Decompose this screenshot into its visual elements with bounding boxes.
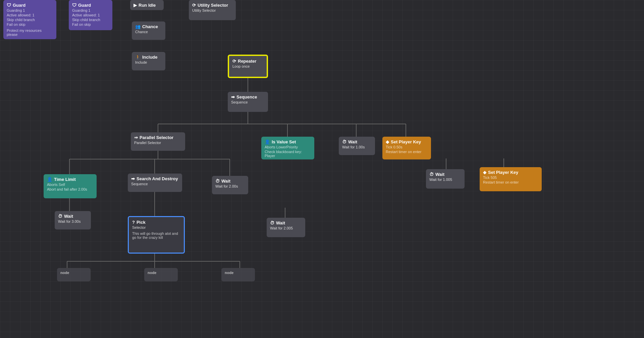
pick-icon: ?: [132, 220, 135, 225]
sequence-title: ➡ Sequence: [231, 94, 265, 99]
bottom2-title: node: [148, 271, 174, 275]
repeater-icon: ⟳: [232, 59, 236, 64]
wait-1005-title: ⏱ Wait: [429, 172, 461, 177]
run-idle-title: ▶ Run Idle: [133, 3, 156, 8]
set-player-key-title: ◆ Set Player Key: [386, 139, 428, 144]
guard1-line3: Skip child branch: [7, 18, 53, 22]
wait2-title: ⏱ Wait: [215, 179, 245, 184]
guard1-line1: Guarding 1: [7, 8, 53, 12]
sequence-node[interactable]: ➡ Sequence Sequence: [228, 92, 268, 112]
parallel-selector-title: ⇒ Parallel Selector: [134, 135, 182, 140]
wait1005-icon: ⏱: [429, 172, 434, 177]
guard1-line4: Fail on skip: [7, 22, 53, 26]
parallel-selector-subtitle: Parallel Selector: [134, 141, 182, 145]
chance-icon: 👥: [135, 24, 141, 29]
wait-1005-node[interactable]: ⏱ Wait Wait for 1.005: [426, 169, 465, 189]
include-node[interactable]: 🚶 Include Include: [132, 52, 165, 70]
search-destroy-icon: ➡: [131, 176, 135, 181]
parallel-selector-node[interactable]: ⇒ Parallel Selector Parallel Selector: [131, 132, 185, 151]
wait3-icon: ⏱: [58, 214, 62, 219]
wait-2005-title: ⏱ Wait: [270, 220, 302, 225]
search-destroy-title: ➡ Search And Destroy: [131, 176, 179, 181]
include-icon: 🚶: [135, 55, 141, 60]
wait-2s-node[interactable]: ⏱ Wait Wait for 2.00s: [212, 176, 248, 194]
guard1-line5: Protect my resources please: [7, 28, 53, 37]
bottom1-title: node: [60, 271, 87, 275]
shield-icon-2: 🛡: [72, 3, 76, 8]
guard1-title: 🛡 Guard: [7, 3, 53, 8]
chance-title: 👥 Chance: [135, 24, 162, 29]
wait-3s-node[interactable]: ⏱ Wait Wait for 3.00s: [55, 211, 91, 229]
wait-1s-node[interactable]: ⏱ Wait Wait for 1.00s: [339, 137, 375, 155]
parallel-icon: ⇒: [134, 135, 138, 140]
shield-icon-1: 🛡: [7, 3, 11, 8]
set-player-key-505-title: ◆ Set Player Key: [483, 170, 538, 175]
bottom-node-1[interactable]: node: [57, 268, 91, 281]
is-value-set-node[interactable]: 👤 Is Value Set Aborts LowerPriority Chec…: [261, 137, 314, 159]
run-idle-node[interactable]: ▶ Run Idle: [130, 0, 164, 10]
guard-node-1[interactable]: 🛡 Guard Guarding 1 Active allowed: 1 Ski…: [3, 0, 56, 39]
setplayer-icon: ◆: [386, 139, 389, 144]
wait3-title: ⏱ Wait: [58, 214, 88, 219]
time-limit-title: 👤 Time Limit: [47, 177, 93, 182]
set-player-key-505-node[interactable]: ◆ Set Player Key Tick 505 Restart timer …: [480, 167, 542, 191]
wait2005-icon: ⏱: [270, 220, 274, 225]
utility-selector-subtitle: Utility Selector: [192, 8, 232, 12]
is-value-set-title: 👤 Is Value Set: [265, 139, 311, 144]
guard1-line2: Active allowed: 1: [7, 13, 53, 17]
wait1-title: ⏱ Wait: [342, 139, 372, 144]
include-subtitle: Include: [135, 60, 162, 64]
utility-icon: ⟳: [192, 3, 196, 8]
set-player-key-node[interactable]: ◆ Set Player Key Tick 0.50s Restart time…: [382, 137, 431, 159]
chance-node[interactable]: 👥 Chance Chance: [132, 21, 165, 40]
isvalueset-icon: 👤: [265, 139, 270, 144]
pick-node[interactable]: ? Pick Selector This will go through alo…: [128, 216, 185, 254]
repeater-subtitle: Loop once: [232, 64, 263, 68]
repeater-node[interactable]: ⟳ Repeater Loop once: [228, 55, 268, 78]
sequence-subtitle: Sequence: [231, 100, 265, 104]
time-limit-node[interactable]: 👤 Time Limit Aborts Self Abort and fail …: [44, 174, 97, 198]
include-title: 🚶 Include: [135, 55, 162, 60]
bottom-node-3[interactable]: node: [221, 268, 255, 281]
bottom3-title: node: [225, 271, 252, 275]
repeater-title: ⟳ Repeater: [232, 59, 263, 64]
chance-subtitle: Chance: [135, 30, 162, 34]
guard2-title: 🛡 Guard: [72, 3, 109, 8]
utility-selector-node[interactable]: ⟳ Utility Selector Utility Selector: [189, 0, 236, 20]
wait1-icon: ⏱: [342, 139, 346, 144]
search-and-destroy-node[interactable]: ➡ Search And Destroy Sequence: [128, 174, 182, 192]
play-icon: ▶: [133, 3, 137, 8]
bottom-node-2[interactable]: node: [144, 268, 178, 281]
timelimit-icon: 👤: [47, 177, 52, 182]
setplayer505-icon: ◆: [483, 170, 486, 175]
guard-node-2[interactable]: 🛡 Guard Guarding 1 Active allowed: 1 Ski…: [69, 0, 112, 30]
wait-2005-node[interactable]: ⏱ Wait Wait for 2.005: [267, 218, 305, 237]
wait2-icon: ⏱: [215, 179, 220, 184]
utility-selector-title: ⟳ Utility Selector: [192, 3, 232, 8]
pick-title: ? Pick: [132, 220, 180, 225]
sequence-icon: ➡: [231, 94, 235, 99]
